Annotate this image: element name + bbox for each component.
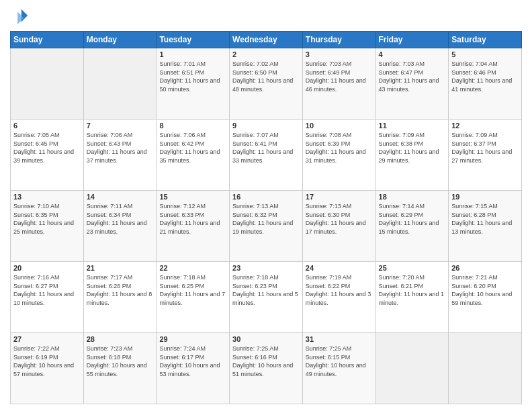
day-number: 13 xyxy=(13,193,81,201)
day-number: 29 xyxy=(159,335,226,343)
week-row-2: 6Sunrise: 7:05 AMSunset: 6:45 PMDaylight… xyxy=(11,120,522,191)
day-cell: 8Sunrise: 7:06 AMSunset: 6:42 PMDaylight… xyxy=(157,120,230,191)
day-detail: Sunrise: 7:20 AMSunset: 6:21 PMDaylight:… xyxy=(379,273,446,307)
day-cell: 31Sunrise: 7:25 AMSunset: 6:15 PMDayligh… xyxy=(302,333,375,404)
day-cell: 2Sunrise: 7:02 AMSunset: 6:50 PMDaylight… xyxy=(230,48,303,120)
day-cell xyxy=(375,333,449,404)
day-number: 4 xyxy=(379,50,446,58)
day-cell xyxy=(83,48,157,120)
day-number: 18 xyxy=(379,193,446,201)
day-cell: 5Sunrise: 7:04 AMSunset: 6:46 PMDaylight… xyxy=(449,48,522,120)
day-cell: 20Sunrise: 7:16 AMSunset: 6:27 PMDayligh… xyxy=(11,262,84,333)
day-cell: 3Sunrise: 7:03 AMSunset: 6:49 PMDaylight… xyxy=(302,48,375,120)
day-number: 10 xyxy=(306,122,373,130)
day-detail: Sunrise: 7:13 AMSunset: 6:30 PMDaylight:… xyxy=(306,202,373,236)
calendar-table: SundayMondayTuesdayWednesdayThursdayFrid… xyxy=(10,31,522,404)
day-cell: 6Sunrise: 7:05 AMSunset: 6:45 PMDaylight… xyxy=(11,120,84,191)
day-number: 30 xyxy=(232,335,300,343)
day-cell: 7Sunrise: 7:06 AMSunset: 6:43 PMDaylight… xyxy=(83,120,157,191)
week-row-3: 13Sunrise: 7:10 AMSunset: 6:35 PMDayligh… xyxy=(11,191,522,262)
day-number: 17 xyxy=(306,193,373,201)
day-detail: Sunrise: 7:24 AMSunset: 6:17 PMDaylight:… xyxy=(159,345,226,378)
day-detail: Sunrise: 7:02 AMSunset: 6:50 PMDaylight:… xyxy=(232,60,300,93)
day-cell xyxy=(11,48,84,120)
day-cell: 28Sunrise: 7:23 AMSunset: 6:18 PMDayligh… xyxy=(83,333,157,404)
day-detail: Sunrise: 7:14 AMSunset: 6:29 PMDaylight:… xyxy=(379,202,446,236)
day-header-sunday: Sunday xyxy=(11,32,84,48)
day-number: 9 xyxy=(232,122,300,130)
day-detail: Sunrise: 7:12 AMSunset: 6:33 PMDaylight:… xyxy=(159,202,226,236)
day-number: 5 xyxy=(451,50,519,58)
day-cell: 18Sunrise: 7:14 AMSunset: 6:29 PMDayligh… xyxy=(375,191,449,262)
week-row-5: 27Sunrise: 7:22 AMSunset: 6:19 PMDayligh… xyxy=(11,333,522,404)
day-cell: 22Sunrise: 7:18 AMSunset: 6:25 PMDayligh… xyxy=(157,262,230,333)
day-detail: Sunrise: 7:17 AMSunset: 6:26 PMDaylight:… xyxy=(87,273,154,307)
day-number: 3 xyxy=(306,50,373,58)
day-cell: 10Sunrise: 7:08 AMSunset: 6:39 PMDayligh… xyxy=(302,120,375,191)
day-number: 7 xyxy=(87,122,154,130)
day-cell: 17Sunrise: 7:13 AMSunset: 6:30 PMDayligh… xyxy=(302,191,375,262)
day-detail: Sunrise: 7:25 AMSunset: 6:16 PMDaylight:… xyxy=(232,345,300,378)
day-detail: Sunrise: 7:03 AMSunset: 6:47 PMDaylight:… xyxy=(379,60,446,93)
day-detail: Sunrise: 7:25 AMSunset: 6:15 PMDaylight:… xyxy=(306,345,373,378)
svg-marker-0 xyxy=(21,9,28,22)
week-row-1: 1Sunrise: 7:01 AMSunset: 6:51 PMDaylight… xyxy=(11,48,522,120)
day-detail: Sunrise: 7:09 AMSunset: 6:37 PMDaylight:… xyxy=(451,131,519,165)
day-number: 14 xyxy=(87,193,154,201)
day-number: 1 xyxy=(159,50,226,58)
day-detail: Sunrise: 7:03 AMSunset: 6:49 PMDaylight:… xyxy=(306,60,373,93)
day-number: 15 xyxy=(159,193,226,201)
day-header-saturday: Saturday xyxy=(449,32,522,48)
day-detail: Sunrise: 7:05 AMSunset: 6:45 PMDaylight:… xyxy=(13,131,81,165)
day-detail: Sunrise: 7:23 AMSunset: 6:18 PMDaylight:… xyxy=(87,345,154,378)
day-detail: Sunrise: 7:06 AMSunset: 6:42 PMDaylight:… xyxy=(159,131,226,165)
day-detail: Sunrise: 7:18 AMSunset: 6:23 PMDaylight:… xyxy=(232,273,300,307)
day-number: 6 xyxy=(13,122,81,130)
day-number: 19 xyxy=(451,193,519,201)
day-detail: Sunrise: 7:04 AMSunset: 6:46 PMDaylight:… xyxy=(451,60,519,93)
day-number: 12 xyxy=(451,122,519,130)
day-detail: Sunrise: 7:15 AMSunset: 6:28 PMDaylight:… xyxy=(451,202,519,236)
day-number: 22 xyxy=(159,264,226,272)
day-detail: Sunrise: 7:10 AMSunset: 6:35 PMDaylight:… xyxy=(13,202,81,236)
day-detail: Sunrise: 7:21 AMSunset: 6:20 PMDaylight:… xyxy=(451,273,519,307)
day-cell: 21Sunrise: 7:17 AMSunset: 6:26 PMDayligh… xyxy=(83,262,157,333)
day-cell: 13Sunrise: 7:10 AMSunset: 6:35 PMDayligh… xyxy=(11,191,84,262)
day-cell: 29Sunrise: 7:24 AMSunset: 6:17 PMDayligh… xyxy=(157,333,230,404)
header xyxy=(10,7,522,26)
calendar-header-row: SundayMondayTuesdayWednesdayThursdayFrid… xyxy=(11,32,522,48)
day-detail: Sunrise: 7:18 AMSunset: 6:25 PMDaylight:… xyxy=(159,273,226,307)
day-number: 31 xyxy=(306,335,373,343)
day-detail: Sunrise: 7:06 AMSunset: 6:43 PMDaylight:… xyxy=(87,131,154,165)
day-detail: Sunrise: 7:19 AMSunset: 6:22 PMDaylight:… xyxy=(306,273,373,307)
day-cell: 1Sunrise: 7:01 AMSunset: 6:51 PMDaylight… xyxy=(157,48,230,120)
day-cell: 23Sunrise: 7:18 AMSunset: 6:23 PMDayligh… xyxy=(230,262,303,333)
day-number: 27 xyxy=(13,335,81,343)
day-detail: Sunrise: 7:01 AMSunset: 6:51 PMDaylight:… xyxy=(159,60,226,93)
day-cell: 11Sunrise: 7:09 AMSunset: 6:38 PMDayligh… xyxy=(375,120,449,191)
day-cell: 4Sunrise: 7:03 AMSunset: 6:47 PMDaylight… xyxy=(375,48,449,120)
day-header-monday: Monday xyxy=(83,32,157,48)
day-cell: 24Sunrise: 7:19 AMSunset: 6:22 PMDayligh… xyxy=(302,262,375,333)
day-detail: Sunrise: 7:07 AMSunset: 6:41 PMDaylight:… xyxy=(232,131,300,165)
day-number: 11 xyxy=(379,122,446,130)
day-cell: 19Sunrise: 7:15 AMSunset: 6:28 PMDayligh… xyxy=(449,191,522,262)
day-detail: Sunrise: 7:16 AMSunset: 6:27 PMDaylight:… xyxy=(13,273,81,307)
day-number: 26 xyxy=(451,264,519,272)
day-number: 8 xyxy=(159,122,226,130)
day-number: 2 xyxy=(232,50,300,58)
page: SundayMondayTuesdayWednesdayThursdayFrid… xyxy=(0,0,532,411)
day-header-friday: Friday xyxy=(375,32,449,48)
day-detail: Sunrise: 7:11 AMSunset: 6:34 PMDaylight:… xyxy=(87,202,154,236)
day-cell: 27Sunrise: 7:22 AMSunset: 6:19 PMDayligh… xyxy=(11,333,84,404)
day-cell: 15Sunrise: 7:12 AMSunset: 6:33 PMDayligh… xyxy=(157,191,230,262)
day-cell: 25Sunrise: 7:20 AMSunset: 6:21 PMDayligh… xyxy=(375,262,449,333)
day-cell xyxy=(449,333,522,404)
day-number: 24 xyxy=(306,264,373,272)
day-detail: Sunrise: 7:13 AMSunset: 6:32 PMDaylight:… xyxy=(232,202,300,236)
day-header-thursday: Thursday xyxy=(302,32,375,48)
day-header-tuesday: Tuesday xyxy=(157,32,230,48)
logo-icon xyxy=(10,7,29,26)
day-number: 21 xyxy=(87,264,154,272)
logo xyxy=(10,7,32,26)
